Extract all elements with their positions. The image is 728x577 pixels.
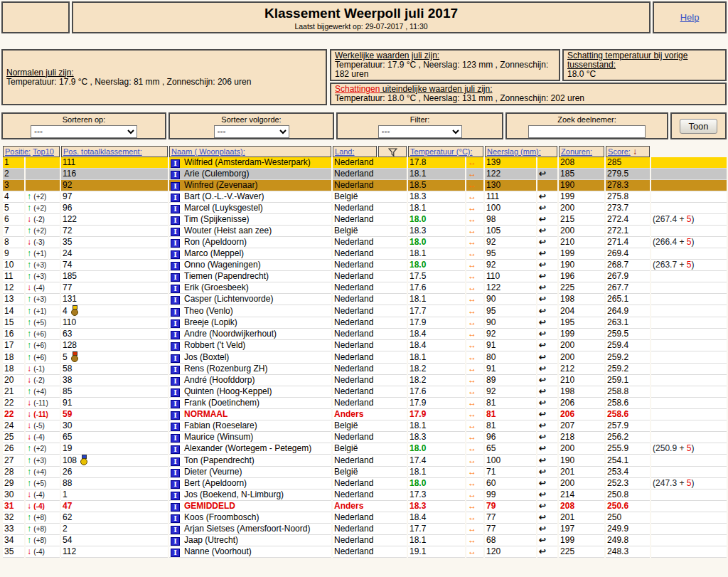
zonuren-cell: 200 <box>559 443 604 455</box>
neerslag-cell: 65 <box>485 443 536 455</box>
sort-land-link[interactable]: Land: <box>335 147 355 156</box>
table-row: 11↑ (+3)185ITiemen (Papendrecht)Nederlan… <box>3 271 727 282</box>
rank-delta: (+3) <box>33 295 46 303</box>
filter-select[interactable]: --- <box>378 125 462 138</box>
rank-up-icon: ↑ <box>27 512 31 522</box>
sort-temperatuur-link[interactable]: Temperatuur (°C): <box>410 147 473 156</box>
temperatuur-value: 17.7 <box>410 524 426 534</box>
sort-order-select[interactable]: --- <box>214 125 289 138</box>
zonuren-cell: 197 <box>559 524 604 535</box>
participant-name: Tim (Spijkenisse) <box>184 214 250 224</box>
sort-positie-link[interactable]: Positie: <box>5 147 31 156</box>
table-row: 32↑ (+8)62IKoos (Froombosch)Nederland18.… <box>3 512 727 524</box>
participant-name: Jaap (Utrecht) <box>184 535 238 545</box>
rank-delta: (-3) <box>33 238 45 246</box>
neerslag-cell: 139 <box>485 157 536 169</box>
sort-pos-totaal-link[interactable]: Pos. totaalklassement: <box>63 147 142 156</box>
score-cell: 257.9 <box>606 420 650 432</box>
table-row: 26↑ (+2)19IAlexander (Wortegem - Petegem… <box>3 443 727 455</box>
land-cell: Anders <box>333 501 407 512</box>
neerslag-trend-cell: ↩ <box>537 214 557 226</box>
temp-trend-cell: ↔ <box>466 524 483 535</box>
positie-cell: 22 <box>3 398 24 409</box>
score-extra-cell <box>651 512 727 524</box>
sort-zonuren-link[interactable]: Zonuren: <box>561 147 592 156</box>
neerslag-trend-icon: ↩ <box>539 214 546 224</box>
score-extra-cell <box>651 535 727 546</box>
pos-totaal-value: 19 <box>63 443 72 453</box>
schattingen-title-red: Schattingen <box>335 84 380 94</box>
land-cell: Nederland <box>333 203 407 214</box>
sort-neerslag-link[interactable]: Neerslag (mm): <box>487 147 541 156</box>
pos-totaal-cell: 108 <box>61 455 168 467</box>
land-cell: België <box>333 443 407 455</box>
neerslag-trend-icon: ↩ <box>539 535 546 545</box>
land-header: Land: <box>333 146 377 157</box>
neerslag-cell: 98 <box>485 214 536 226</box>
naam-cell: IArie (Culemborg) <box>169 169 331 180</box>
positie-cell: 2 <box>3 169 24 180</box>
neerslag-trend-icon: ↩ <box>539 352 546 362</box>
temperatuur-cell: 18.3 <box>408 226 465 237</box>
sort-naam-link[interactable]: Naam ( Woonplaats): <box>171 147 245 156</box>
rank-down-icon: ↓ <box>27 409 31 419</box>
position-change-cell: ↑ (+8) <box>26 535 60 546</box>
naam-cell: ITiemen (Papendrecht) <box>169 271 331 282</box>
pos-totaal-header: Pos. totaalklassement: <box>61 146 168 157</box>
sort-on-select[interactable]: --- <box>31 125 137 138</box>
positie-cell: 15 <box>3 317 24 329</box>
score-extra-close: ) <box>691 214 694 224</box>
pos-totaal-value: 97 <box>63 191 72 201</box>
temp-trend-icon: ↔ <box>468 352 476 362</box>
participant-name: Marcel (Luyksgestel) <box>184 203 263 213</box>
temp-trend-cell: ↔ <box>466 294 483 305</box>
score-extra-cell: (250.9 + 5) <box>651 443 727 455</box>
temperatuur-value: 17.6 <box>410 386 426 396</box>
search-label: Zoek deelnemer: <box>557 115 616 124</box>
land-cell: Nederland <box>333 294 407 305</box>
participant-icon: I <box>171 492 180 500</box>
help-link[interactable]: Help <box>680 12 700 23</box>
zonuren-cell: 215 <box>559 214 604 226</box>
table-row: 20↓ (-2)38IAndré (Hoofddorp)Nederland18.… <box>3 375 727 386</box>
search-input[interactable] <box>528 125 646 138</box>
neerslag-cell: 122 <box>485 169 536 180</box>
temp-trend-cell: ↔ <box>466 398 483 409</box>
temperatuur-value: 18.1 <box>410 203 426 213</box>
naam-cell: IRobbert ('t Veld) <box>169 340 331 351</box>
neerslag-trend-icon: ↩ <box>539 467 546 477</box>
participant-name: Andre (Noordwijkerhout) <box>184 329 277 339</box>
neerslag-trend-cell: ↩ <box>537 409 557 420</box>
funnel-icon[interactable] <box>388 148 397 157</box>
temperatuur-cell: 17.9 <box>408 409 465 420</box>
score-extra-cell <box>651 386 727 398</box>
top10-link[interactable]: Top10 <box>33 147 54 156</box>
pos-totaal-cell: 30 <box>61 420 168 432</box>
temp-trend-cell: ↔ <box>466 226 483 237</box>
temperatuur-cell: 18.0 <box>408 214 465 226</box>
temp-trend-icon: ↔ <box>468 455 476 465</box>
neerslag-trend-icon: ↩ <box>539 524 546 534</box>
rank-delta: (-2) <box>33 216 45 223</box>
pos-totaal-value: 96 <box>63 203 72 213</box>
participant-icon: I <box>171 296 180 305</box>
neerslag-trend-icon: ↩ <box>539 432 546 442</box>
neerslag-trend-icon: ↩ <box>539 420 546 430</box>
neerslag-trend-cell: ↩ <box>537 340 557 351</box>
participant-name: Onno (Wageningen) <box>184 260 261 270</box>
pos-totaal-value: 38 <box>63 375 72 385</box>
neerslag-trend-cell: ↩ <box>537 248 557 260</box>
sort-score-link[interactable]: Score: <box>608 147 631 156</box>
neerslag-trend-icon: ↩ <box>539 501 546 511</box>
score-extra-cell <box>651 282 727 294</box>
score-extra-cell <box>651 351 727 364</box>
position-change-cell: ↑ (+3) <box>26 294 60 305</box>
land-cell: België <box>333 191 407 203</box>
toon-button[interactable]: Toon <box>680 119 717 134</box>
zonuren-cell: 208 <box>559 157 604 169</box>
neerslag-trend-cell: ↩ <box>537 237 557 248</box>
land-cell: Nederland <box>333 305 407 317</box>
naam-cell: INORMAAL <box>169 409 331 420</box>
pos-totaal-value: 88 <box>63 478 72 488</box>
page-header: Klassement Weerpoll juli 2017 Laatst bij… <box>1 1 727 33</box>
